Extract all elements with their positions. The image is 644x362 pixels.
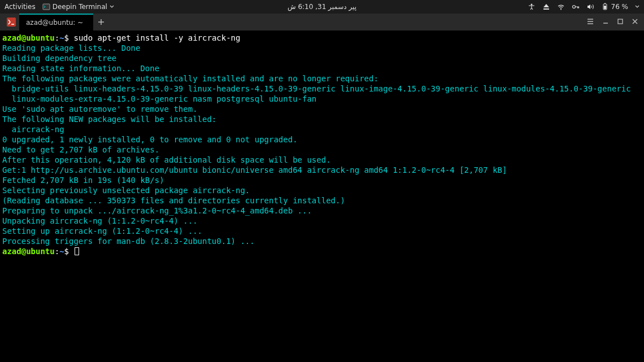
- svg-rect-6: [604, 6, 606, 9]
- eject-icon[interactable]: [542, 3, 550, 11]
- gnome-top-bar: Activities Deepin Terminal پیر دسمبر 31,…: [0, 0, 644, 14]
- terminal-tab[interactable]: azad@ubuntu: ~: [19, 14, 93, 30]
- tab-title: azad@ubuntu: ~: [26, 19, 83, 27]
- menu-button[interactable]: [586, 18, 594, 27]
- close-icon: [632, 18, 638, 25]
- output-line: (Reading database ... 350373 files and d…: [2, 196, 345, 205]
- battery-percentage: 76 %: [611, 3, 629, 11]
- output-line: Preparing to unpack .../aircrack-ng_1%3a…: [2, 206, 312, 215]
- clock[interactable]: پیر دسمبر 31, 6:10 ش: [288, 3, 356, 11]
- battery-indicator[interactable]: 76 %: [601, 3, 629, 11]
- minimize-icon: [602, 18, 609, 25]
- maximize-button[interactable]: [617, 18, 624, 27]
- prompt-user: azad@ubuntu: [2, 247, 55, 256]
- svg-point-3: [560, 9, 562, 10]
- plus-icon: [98, 19, 105, 25]
- chevron-down-icon[interactable]: [635, 5, 639, 9]
- volume-icon[interactable]: [586, 3, 594, 11]
- battery-icon: [601, 3, 609, 11]
- output-line: Building dependency tree: [2, 54, 150, 63]
- command-input: sudo apt-get install -y aircrack-ng: [69, 33, 240, 42]
- output-line: 0 upgraded, 1 newly installed, 0 to remo…: [2, 135, 298, 144]
- output-line: linux-modules-extra-4.15.0-39-generic na…: [2, 94, 316, 103]
- svg-rect-9: [618, 19, 623, 24]
- prompt-dollar: $: [64, 33, 69, 42]
- app-menu[interactable]: Deepin Terminal: [42, 3, 114, 11]
- output-line: Get:1 http://us.archive.ubuntu.com/ubunt…: [2, 165, 507, 175]
- output-line: Selecting previously unselected package …: [2, 186, 250, 195]
- new-tab-button[interactable]: [93, 14, 109, 30]
- maximize-icon: [617, 18, 624, 25]
- terminal-window-icon: [3, 14, 19, 30]
- terminal-app-icon: [42, 3, 50, 11]
- terminal-viewport[interactable]: azad@ubuntu:~$ sudo apt-get install -y a…: [0, 30, 644, 259]
- app-menu-label: Deepin Terminal: [53, 3, 107, 11]
- svg-rect-2: [543, 8, 549, 10]
- hamburger-icon: [586, 18, 594, 25]
- prompt-path: ~: [59, 33, 64, 42]
- chevron-down-icon: [110, 5, 114, 9]
- svg-rect-0: [43, 4, 50, 10]
- vpn-key-icon[interactable]: [572, 3, 580, 11]
- output-line: Unpacking aircrack-ng (1:1.2-0~rc4-4) ..…: [2, 216, 198, 225]
- minimize-button[interactable]: [602, 18, 609, 27]
- prompt-dollar: $: [64, 247, 69, 256]
- output-line: The following NEW packages will be insta…: [2, 115, 216, 124]
- output-line: Need to get 2,707 kB of archives.: [2, 145, 159, 154]
- svg-point-4: [572, 6, 575, 8]
- output-line: Use 'sudo apt autoremove' to remove them…: [2, 104, 198, 114]
- svg-point-1: [530, 4, 532, 6]
- terminal-tab-bar: azad@ubuntu: ~: [0, 14, 644, 30]
- output-line: bridge-utils linux-headers-4.15.0-39 lin…: [2, 84, 631, 93]
- output-line: The following packages were automaticall…: [2, 74, 378, 83]
- svg-rect-8: [7, 18, 16, 27]
- output-line: Processing triggers for man-db (2.8.3-2u…: [2, 237, 255, 246]
- output-line: After this operation, 4,120 kB of additi…: [2, 155, 331, 164]
- close-button[interactable]: [632, 18, 638, 27]
- svg-rect-7: [604, 3, 606, 5]
- prompt-colon: :: [55, 33, 59, 42]
- output-line: Fetched 2,707 kB in 19s (140 kB/s): [2, 176, 640, 185]
- accessibility-icon[interactable]: [528, 3, 536, 11]
- output-line: Setting up aircrack-ng (1:1.2-0~rc4-4) .…: [2, 226, 202, 235]
- wifi-icon[interactable]: [557, 3, 565, 11]
- prompt-user: azad@ubuntu: [2, 33, 55, 42]
- output-line: Reading package lists... Done: [2, 43, 140, 53]
- prompt-colon: :: [55, 247, 59, 256]
- prompt-path: ~: [59, 247, 64, 256]
- output-line: Reading state information... Done: [2, 64, 159, 73]
- cursor: [75, 247, 79, 255]
- output-line: aircrack-ng: [2, 125, 64, 134]
- activities-button[interactable]: Activities: [5, 3, 36, 11]
